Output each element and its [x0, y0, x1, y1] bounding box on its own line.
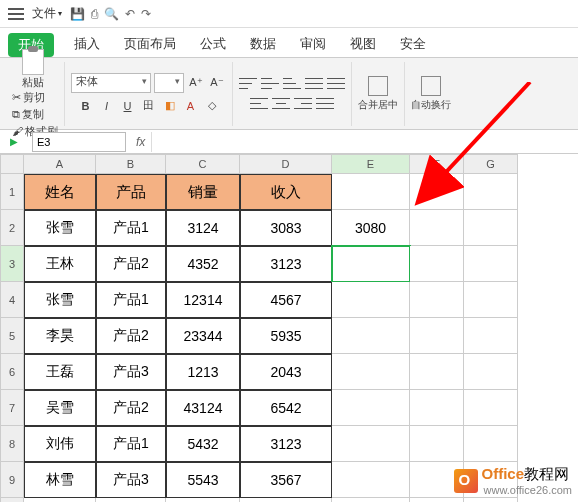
italic-button[interactable]: I	[98, 97, 116, 115]
cell[interactable]: 3080	[332, 210, 410, 246]
cell[interactable]: 产品2	[96, 390, 166, 426]
tab-data[interactable]: 数据	[246, 31, 280, 57]
cell[interactable]	[166, 498, 240, 502]
cell[interactable]: 6542	[240, 390, 332, 426]
increase-font-icon[interactable]: A⁺	[187, 74, 205, 92]
cell[interactable]	[464, 498, 518, 502]
menu-icon[interactable]	[8, 8, 24, 20]
row-header[interactable]: 9	[0, 462, 24, 498]
formula-bar[interactable]	[151, 132, 578, 152]
paste-button[interactable]: 粘贴	[22, 49, 44, 90]
cell[interactable]: 产品2	[96, 246, 166, 282]
preview-icon[interactable]: 🔍	[104, 7, 119, 21]
merge-center-button[interactable]: 合并居中	[358, 76, 398, 112]
cell[interactable]: 产品3	[96, 462, 166, 498]
cell[interactable]	[464, 426, 518, 462]
cell[interactable]: 产品1	[96, 282, 166, 318]
cell[interactable]	[464, 354, 518, 390]
cell[interactable]: 张雪	[24, 210, 96, 246]
undo-icon[interactable]: ↶	[125, 7, 135, 21]
row-header[interactable]: 7	[0, 390, 24, 426]
row-header[interactable]: 2	[0, 210, 24, 246]
cell[interactable]	[410, 282, 464, 318]
cell[interactable]	[332, 498, 410, 502]
cell[interactable]: 43124	[166, 390, 240, 426]
cell[interactable]	[332, 390, 410, 426]
cell[interactable]	[410, 426, 464, 462]
cell[interactable]	[332, 462, 410, 498]
fx-icon[interactable]: fx	[136, 135, 145, 149]
cell[interactable]: 3567	[240, 462, 332, 498]
fill-color-button[interactable]: ◧	[161, 97, 179, 115]
justify-button[interactable]	[316, 96, 334, 112]
row-header[interactable]: 3	[0, 246, 24, 282]
cell[interactable]	[410, 498, 464, 502]
cell[interactable]: 产品3	[96, 354, 166, 390]
align-center-button[interactable]	[272, 96, 290, 112]
cell[interactable]	[410, 390, 464, 426]
tab-formulas[interactable]: 公式	[196, 31, 230, 57]
print-icon[interactable]: ⎙	[91, 7, 98, 21]
cell[interactable]: 4352	[166, 246, 240, 282]
save-icon[interactable]: 💾	[70, 7, 85, 21]
cell[interactable]: 产品1	[96, 426, 166, 462]
align-right-button[interactable]	[294, 96, 312, 112]
cell[interactable]	[332, 426, 410, 462]
col-header[interactable]: F	[410, 154, 464, 174]
cell[interactable]: 销量	[166, 174, 240, 210]
tab-view[interactable]: 视图	[346, 31, 380, 57]
bold-button[interactable]: B	[77, 97, 95, 115]
cell[interactable]	[464, 282, 518, 318]
col-header[interactable]: A	[24, 154, 96, 174]
cell[interactable]: 林雪	[24, 462, 96, 498]
cell[interactable]	[24, 498, 96, 502]
cell[interactable]	[96, 498, 166, 502]
cell[interactable]	[332, 174, 410, 210]
cell[interactable]	[464, 174, 518, 210]
row-header[interactable]: 5	[0, 318, 24, 354]
cell[interactable]: 收入	[240, 174, 332, 210]
cell[interactable]: 李昊	[24, 318, 96, 354]
underline-button[interactable]: U	[119, 97, 137, 115]
col-header[interactable]: E	[332, 154, 410, 174]
font-size-select[interactable]	[154, 73, 184, 93]
file-menu[interactable]: 文件▾	[32, 5, 62, 22]
cell[interactable]	[240, 498, 332, 502]
cell[interactable]	[410, 318, 464, 354]
cell[interactable]: 5543	[166, 462, 240, 498]
cell[interactable]: 4567	[240, 282, 332, 318]
cell[interactable]	[464, 390, 518, 426]
cell[interactable]: 2043	[240, 354, 332, 390]
col-header[interactable]: C	[166, 154, 240, 174]
decrease-font-icon[interactable]: A⁻	[208, 74, 226, 92]
align-bottom-button[interactable]	[283, 76, 301, 92]
cell[interactable]: 产品1	[96, 210, 166, 246]
cell[interactable]: 5432	[166, 426, 240, 462]
cell[interactable]: 姓名	[24, 174, 96, 210]
indent-decrease-button[interactable]	[305, 76, 323, 92]
align-left-button[interactable]	[250, 96, 268, 112]
row-header[interactable]: 4	[0, 282, 24, 318]
name-box[interactable]: E3	[32, 132, 126, 152]
redo-icon[interactable]: ↷	[141, 7, 151, 21]
cell[interactable]	[464, 318, 518, 354]
cell[interactable]	[410, 246, 464, 282]
cell[interactable]	[464, 210, 518, 246]
copy-button[interactable]: ⧉ 复制	[12, 107, 58, 122]
align-middle-button[interactable]	[261, 76, 279, 92]
indent-increase-button[interactable]	[327, 76, 345, 92]
cell[interactable]: 3123	[240, 426, 332, 462]
border-button[interactable]: 田	[140, 97, 158, 115]
row-header[interactable]: 1	[0, 174, 24, 210]
tab-review[interactable]: 审阅	[296, 31, 330, 57]
cell[interactable]: 产品2	[96, 318, 166, 354]
cell[interactable]	[332, 282, 410, 318]
cell[interactable]: 吴雪	[24, 390, 96, 426]
cell[interactable]: 3083	[240, 210, 332, 246]
cell[interactable]: 王林	[24, 246, 96, 282]
col-header[interactable]: G	[464, 154, 518, 174]
cell[interactable]	[332, 354, 410, 390]
align-top-button[interactable]	[239, 76, 257, 92]
col-header[interactable]: D	[240, 154, 332, 174]
cell[interactable]	[410, 210, 464, 246]
